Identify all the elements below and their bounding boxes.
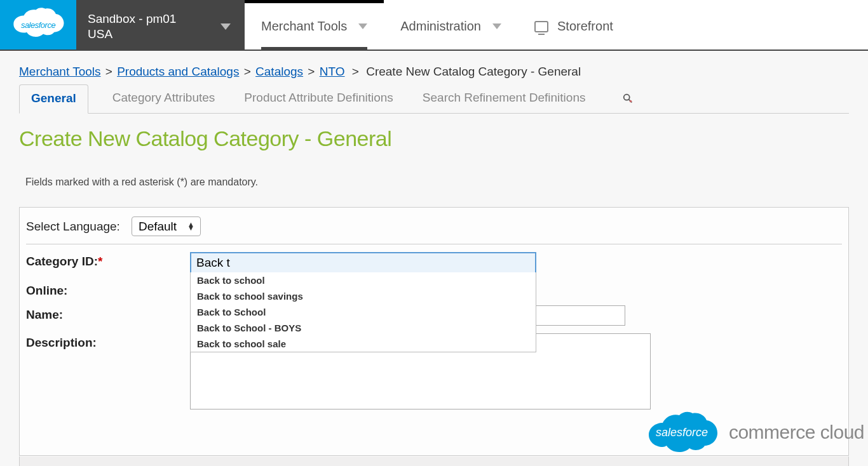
site-line-2: USA [88,27,176,42]
autocomplete-item[interactable]: Back to School - BOYS [191,320,536,336]
breadcrumb-separator: > [244,65,251,78]
autocomplete-item[interactable]: Back to School [191,304,536,320]
language-label: Select Language: [26,220,120,234]
description-label: Description: [26,333,190,350]
category-id-label-text: Category ID: [26,255,98,268]
required-asterisk: * [98,255,102,268]
breadcrumb-link-catalogs[interactable]: Catalogs [255,65,303,78]
breadcrumb-separator: > [352,65,359,78]
nav-label: Administration [400,19,481,34]
nav-administration[interactable]: Administration [384,0,518,50]
mandatory-fields-note: Fields marked with a red asterisk (*) ar… [19,176,849,188]
language-select[interactable]: Default [132,216,201,236]
breadcrumb-link-nto[interactable]: NTO [320,65,345,78]
breadcrumb: Merchant Tools > Products and Catalogs >… [19,65,849,79]
commerce-cloud-text: commerce cloud [729,422,864,443]
category-id-row: Category ID:* Back to school Back to sch… [26,252,842,274]
nav-active-underline [261,47,367,50]
language-row: Select Language: Default ▲▼ [26,216,842,244]
search-icon[interactable] [622,93,634,104]
category-id-autocomplete-wrap: Back to school Back to school savings Ba… [190,252,536,274]
name-label: Name: [26,305,190,322]
autocomplete-item[interactable]: Back to school savings [191,288,536,304]
chevron-down-icon [492,23,501,29]
nav-storefront[interactable]: Storefront [518,0,641,50]
top-navigation-bar: salesforce Sandbox - pm01 USA Merchant T… [0,0,868,51]
nav-merchant-tools[interactable]: Merchant Tools [245,0,384,50]
page-title: Create New Catalog Category - General [19,126,849,151]
breadcrumb-link-products-catalogs[interactable]: Products and Catalogs [117,65,239,78]
salesforce-cloud-logo: salesforce [10,6,67,44]
breadcrumb-link-merchant-tools[interactable]: Merchant Tools [19,65,101,78]
svg-point-1 [624,95,630,100]
autocomplete-dropdown: Back to school Back to school savings Ba… [190,272,536,352]
page-content: Merchant Tools > Products and Catalogs >… [0,51,868,466]
site-name-text: Sandbox - pm01 USA [88,11,176,42]
autocomplete-item[interactable]: Back to school sale [191,336,536,352]
nav-label: Storefront [557,19,613,34]
site-line-1: Sandbox - pm01 [88,11,176,27]
breadcrumb-current: Create New Catalog Category - General [366,65,581,78]
site-selector[interactable]: Sandbox - pm01 USA [76,0,245,50]
tab-category-attributes[interactable]: Category Attributes [101,84,227,112]
salesforce-logo-cell: salesforce [0,0,76,50]
svg-point-3 [630,100,632,103]
monitor-icon [534,21,548,32]
language-select-wrap: Default ▲▼ [132,216,201,236]
salesforce-logo-text: salesforce [21,20,55,30]
tabs-row: General Category Attributes Product Attr… [19,84,849,114]
nav-label: Merchant Tools [261,19,347,34]
chevron-down-icon [358,23,367,29]
autocomplete-item[interactable]: Back to school [191,272,536,288]
tab-product-attribute-definitions[interactable]: Product Attribute Definitions [233,84,404,112]
breadcrumb-separator: > [308,65,315,78]
category-id-label: Category ID:* [26,252,190,269]
breadcrumb-separator: > [105,65,112,78]
footer-cloud-text: salesforce [656,426,708,439]
online-label: Online: [26,281,190,298]
category-id-input[interactable] [190,252,536,274]
salesforce-cloud-icon: salesforce [644,406,720,458]
chevron-down-icon [220,23,231,30]
commerce-cloud-logo: salesforce commerce cloud [644,406,864,458]
tab-general[interactable]: General [19,84,88,114]
tab-search-refinement-definitions[interactable]: Search Refinement Definitions [411,84,597,112]
